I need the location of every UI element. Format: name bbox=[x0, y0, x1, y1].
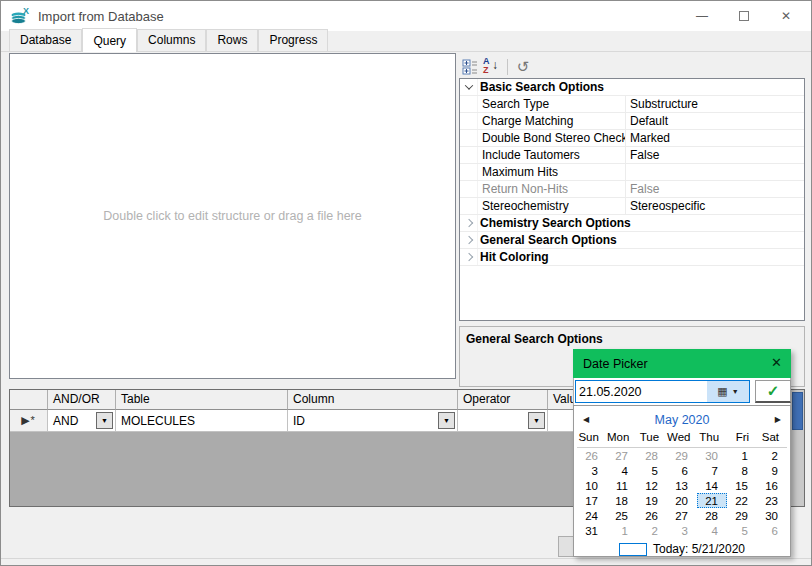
calendar-day[interactable]: 29 bbox=[667, 448, 697, 463]
header-table: Table bbox=[116, 390, 288, 410]
category-hit-coloring[interactable]: Hit Coloring bbox=[460, 249, 804, 266]
grid-vertical-scrollbar[interactable] bbox=[790, 390, 804, 506]
calendar-day[interactable]: 30 bbox=[697, 448, 727, 463]
calendar-day[interactable]: 26 bbox=[637, 508, 667, 523]
today-row[interactable]: Today: 5/21/2020 bbox=[574, 540, 790, 558]
calendar-day[interactable]: 11 bbox=[607, 478, 637, 493]
next-month-icon[interactable]: ▶ bbox=[775, 415, 781, 424]
calendar-day[interactable]: 28 bbox=[697, 508, 727, 523]
calendar-day[interactable]: 26 bbox=[577, 448, 607, 463]
calendar-day[interactable]: 3 bbox=[667, 523, 697, 538]
dropdown-arrow-icon[interactable]: ▼ bbox=[438, 412, 455, 429]
calendar-day[interactable]: 3 bbox=[577, 463, 607, 478]
calendar-day[interactable]: 8 bbox=[727, 463, 757, 478]
calendar-day[interactable]: 13 bbox=[667, 478, 697, 493]
calendar-day[interactable]: 30 bbox=[757, 508, 787, 523]
calendar-month-title[interactable]: May 2020 bbox=[574, 413, 790, 427]
chevron-right-icon bbox=[464, 236, 472, 244]
property-row-double-bond-stereo-check[interactable]: Double Bond Stereo Check Marked bbox=[460, 130, 804, 147]
calendar-day[interactable]: 20 bbox=[667, 493, 697, 508]
calendar-day[interactable]: 12 bbox=[637, 478, 667, 493]
table-cell[interactable]: MOLECULES bbox=[116, 410, 288, 432]
category-chemistry-search-options[interactable]: Chemistry Search Options bbox=[460, 215, 804, 232]
property-row-search-type[interactable]: Search Type Substructure bbox=[460, 96, 804, 113]
calendar-day[interactable]: 14 bbox=[697, 478, 727, 493]
property-row-include-tautomers[interactable]: Include Tautomers False bbox=[460, 147, 804, 164]
calendar-day-selected[interactable]: 21 bbox=[697, 493, 727, 508]
operator-combobox[interactable]: ▼ bbox=[458, 410, 548, 432]
calendar-day[interactable]: 4 bbox=[607, 463, 637, 478]
grid-corner-cell bbox=[10, 390, 48, 410]
search-options-property-grid: Basic Search Options Search Type Substru… bbox=[459, 78, 805, 321]
calendar-day[interactable]: 2 bbox=[757, 448, 787, 463]
calendar-day[interactable]: 22 bbox=[727, 493, 757, 508]
calendar-dropdown: ◀ May 2020 ▶ Sun Mon Tue Wed Thu Fri Sat… bbox=[573, 405, 791, 557]
reset-icon[interactable]: ↺ bbox=[512, 57, 534, 77]
calendar-day[interactable]: 5 bbox=[637, 463, 667, 478]
calendar-day[interactable]: 27 bbox=[607, 448, 637, 463]
category-basic-search-options[interactable]: Basic Search Options bbox=[460, 79, 804, 96]
calendar-day[interactable]: 31 bbox=[577, 523, 607, 538]
structure-editor[interactable]: Double click to edit structure or drag a… bbox=[9, 53, 456, 379]
maximize-button[interactable] bbox=[723, 1, 765, 31]
calendar-day[interactable]: 29 bbox=[727, 508, 757, 523]
prev-month-icon[interactable]: ◀ bbox=[583, 415, 589, 424]
calendar-day[interactable]: 17 bbox=[577, 493, 607, 508]
calendar-week: 24 25 26 27 28 29 30 bbox=[577, 508, 787, 523]
calendar-day[interactable]: 27 bbox=[667, 508, 697, 523]
calendar-day[interactable]: 28 bbox=[637, 448, 667, 463]
row-indicator: ▶* bbox=[10, 410, 48, 432]
calendar-day[interactable]: 2 bbox=[637, 523, 667, 538]
sort-alphabetical-icon[interactable]: A Z ↓ bbox=[481, 57, 503, 77]
categorized-view-icon[interactable] bbox=[459, 57, 481, 77]
property-row-charge-matching[interactable]: Charge Matching Default bbox=[460, 113, 804, 130]
calendar-day[interactable]: 1 bbox=[607, 523, 637, 538]
calendar-day[interactable]: 25 bbox=[607, 508, 637, 523]
calendar-day[interactable]: 23 bbox=[757, 493, 787, 508]
titlebar: X Import from Database — ✕ bbox=[1, 1, 811, 31]
calendar-day[interactable]: 9 bbox=[757, 463, 787, 478]
calendar-dropdown-button[interactable]: ▦ ▼ bbox=[707, 381, 749, 402]
and-or-combobox[interactable]: AND ▼ bbox=[48, 410, 116, 432]
column-combobox[interactable]: ID ▼ bbox=[288, 410, 458, 432]
tab-database[interactable]: Database bbox=[9, 29, 82, 51]
dropdown-arrow-icon: ▼ bbox=[732, 388, 739, 395]
calendar-day[interactable]: 4 bbox=[697, 523, 727, 538]
chevron-right-icon bbox=[464, 219, 472, 227]
calendar-day[interactable]: 18 bbox=[607, 493, 637, 508]
calendar-day[interactable]: 6 bbox=[667, 463, 697, 478]
close-button[interactable]: ✕ bbox=[765, 1, 807, 31]
calendar-day[interactable]: 1 bbox=[727, 448, 757, 463]
property-grid-toolbar: A Z ↓ ↺ bbox=[459, 56, 805, 78]
minimize-button[interactable]: — bbox=[681, 1, 723, 31]
calendar-day[interactable]: 16 bbox=[757, 478, 787, 493]
tab-progress[interactable]: Progress bbox=[258, 29, 328, 51]
calendar-day[interactable]: 10 bbox=[577, 478, 607, 493]
dropdown-arrow-icon[interactable]: ▼ bbox=[96, 412, 113, 429]
calendar-week: 31 1 2 3 4 5 6 bbox=[577, 523, 787, 538]
calendar-day[interactable]: 19 bbox=[637, 493, 667, 508]
window-title: Import from Database bbox=[38, 9, 164, 24]
tab-columns[interactable]: Columns bbox=[137, 29, 206, 51]
header-and-or: AND/OR bbox=[48, 390, 116, 410]
calendar-day[interactable]: 24 bbox=[577, 508, 607, 523]
date-picker-close-icon[interactable]: ✕ bbox=[771, 355, 782, 370]
category-general-search-options[interactable]: General Search Options bbox=[460, 232, 804, 249]
calendar-week: 17 18 19 20 21 22 23 bbox=[577, 493, 787, 508]
tab-query[interactable]: Query bbox=[82, 28, 137, 52]
calendar-day[interactable]: 5 bbox=[727, 523, 757, 538]
calendar-day[interactable]: 7 bbox=[697, 463, 727, 478]
dropdown-arrow-icon[interactable]: ▼ bbox=[528, 412, 545, 429]
today-label: Today: 5/21/2020 bbox=[653, 542, 745, 556]
property-row-stereochemistry[interactable]: Stereochemistry Stereospecific bbox=[460, 198, 804, 215]
structure-placeholder: Double click to edit structure or drag a… bbox=[103, 209, 361, 223]
property-row-maximum-hits[interactable]: Maximum Hits bbox=[460, 164, 804, 181]
calendar-day[interactable]: 6 bbox=[757, 523, 787, 538]
maximize-icon bbox=[739, 11, 749, 21]
scrollbar-thumb[interactable] bbox=[792, 392, 803, 430]
tab-rows[interactable]: Rows bbox=[206, 29, 258, 51]
date-picker-titlebar[interactable]: Date Picker ✕ bbox=[573, 349, 791, 378]
confirm-date-button[interactable]: ✓ bbox=[755, 380, 791, 403]
calendar-day[interactable]: 15 bbox=[727, 478, 757, 493]
date-input[interactable] bbox=[576, 381, 707, 402]
